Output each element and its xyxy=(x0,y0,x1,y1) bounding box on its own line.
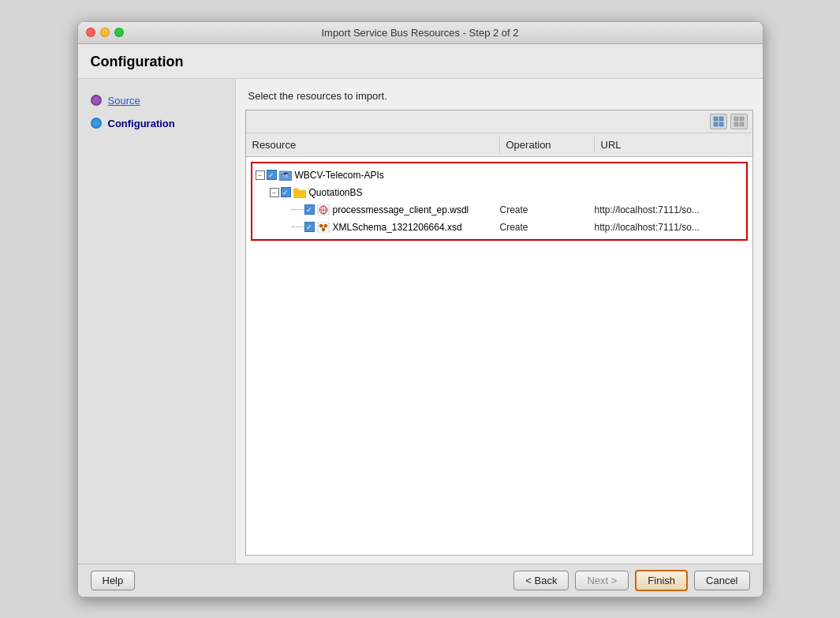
main-body: Source Configuration Select the resource… xyxy=(78,79,763,564)
titlebar: Import Service Bus Resources - Step 2 of… xyxy=(78,22,763,44)
wsdl-icon xyxy=(317,204,330,215)
table-row: − ✓ SB xyxy=(252,167,746,184)
window-title: Import Service Bus Resources - Step 2 of… xyxy=(322,27,519,39)
tree-line-4 xyxy=(292,227,303,227)
svg-rect-0 xyxy=(714,117,718,121)
tree-toggle-1[interactable]: − xyxy=(256,170,265,180)
svg-rect-3 xyxy=(719,122,723,126)
checkbox-4[interactable]: ✓ xyxy=(304,222,315,232)
resource-cell-3: ✓ xyxy=(252,203,494,217)
url-cell-1 xyxy=(588,174,746,177)
checkbox-2[interactable]: ✓ xyxy=(281,187,291,197)
next-button[interactable]: Next > xyxy=(575,571,629,590)
row-1-name: WBCV-Telecom-APIs xyxy=(295,170,384,181)
page-header: Configuration xyxy=(78,44,763,79)
maximize-button[interactable] xyxy=(114,28,124,37)
svg-rect-7 xyxy=(740,122,744,126)
operation-cell-2 xyxy=(494,191,588,194)
svg-rect-1 xyxy=(719,117,723,121)
help-button[interactable]: Help xyxy=(91,571,136,590)
col-resource: Resource xyxy=(246,137,500,153)
col-url: URL xyxy=(595,137,752,153)
instruction-text: Select the resources to import. xyxy=(236,79,763,110)
table-row: ✓ xyxy=(252,201,746,219)
sidebar-source-label[interactable]: Source xyxy=(108,95,140,107)
xsd-icon xyxy=(317,222,330,233)
collapse-all-icon xyxy=(734,116,745,127)
project-icon: SB xyxy=(279,170,292,181)
navigation-buttons: < Back Next > Finish Cancel xyxy=(513,570,749,591)
cancel-button[interactable]: Cancel xyxy=(694,571,749,590)
sidebar-item-configuration[interactable]: Configuration xyxy=(86,114,227,133)
row-3-name: processmessage_client_ep.wsdl xyxy=(333,204,469,215)
table-row: ✓ xyxy=(252,219,746,236)
resource-table-container: Resource Operation URL − ✓ xyxy=(245,110,753,556)
close-button[interactable] xyxy=(86,28,95,37)
table-toolbar xyxy=(246,110,752,133)
tree-rows: − ✓ SB xyxy=(252,163,746,239)
url-cell-4: http://localhost:7111/so... xyxy=(588,220,746,234)
resource-cell-4: ✓ xyxy=(252,220,494,234)
tree-line-3 xyxy=(292,209,303,210)
source-icon xyxy=(91,95,102,106)
main-window: Import Service Bus Resources - Step 2 of… xyxy=(77,21,763,597)
sidebar: Source Configuration xyxy=(78,79,236,564)
bottom-bar: Help < Back Next > Finish Cancel xyxy=(78,564,763,597)
svg-rect-2 xyxy=(714,122,718,126)
resource-cell-1: − ✓ SB xyxy=(252,168,494,182)
resource-cell-2: − ✓ QuotationBS xyxy=(252,185,494,200)
row-4-name: XMLSchema_1321206664.xsd xyxy=(333,222,462,233)
page-title: Configuration xyxy=(91,54,184,69)
svg-text:SB: SB xyxy=(282,174,288,178)
folder-icon xyxy=(293,187,306,198)
svg-rect-6 xyxy=(734,122,738,126)
operation-cell-3: Create xyxy=(494,203,588,217)
checkbox-3[interactable]: ✓ xyxy=(304,204,315,215)
table-row: − ✓ QuotationBS xyxy=(252,184,746,201)
sidebar-config-label[interactable]: Configuration xyxy=(108,118,175,129)
row-2-name: QuotationBS xyxy=(309,187,363,198)
col-operation: Operation xyxy=(500,137,595,153)
minimize-button[interactable] xyxy=(100,28,110,37)
svg-rect-5 xyxy=(740,117,744,121)
url-cell-3: http://localhost:7111/so... xyxy=(588,203,746,217)
operation-cell-1 xyxy=(494,174,588,177)
url-cell-2 xyxy=(588,191,746,194)
config-icon xyxy=(91,118,102,129)
svg-rect-13 xyxy=(293,189,298,192)
operation-cell-4: Create xyxy=(494,220,588,234)
checkbox-1[interactable]: ✓ xyxy=(267,170,277,180)
collapse-all-button[interactable] xyxy=(730,114,748,129)
expand-all-icon xyxy=(713,116,724,127)
resource-selection-box: − ✓ SB xyxy=(251,162,748,241)
table-header: Resource Operation URL xyxy=(246,133,752,157)
svg-rect-4 xyxy=(734,117,738,121)
expand-all-button[interactable] xyxy=(710,114,727,129)
content-area: Select the resources to import. xyxy=(236,79,763,564)
back-button[interactable]: < Back xyxy=(513,571,569,590)
tree-toggle-2[interactable]: − xyxy=(270,188,279,197)
finish-button[interactable]: Finish xyxy=(635,570,688,591)
sidebar-item-source[interactable]: Source xyxy=(86,92,227,110)
window-controls xyxy=(86,28,124,37)
